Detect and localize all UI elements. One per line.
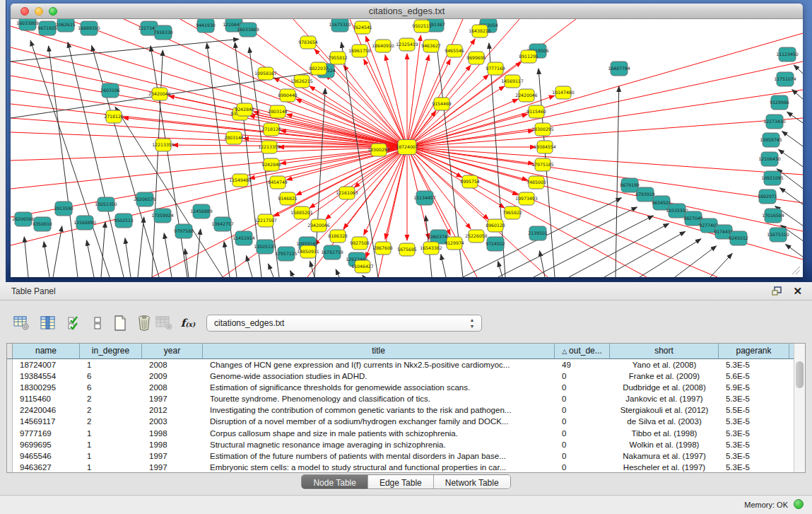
- network-node[interactable]: 17359924: [151, 209, 174, 223]
- network-node[interactable]: 9129974: [445, 237, 464, 250]
- network-node[interactable]: 16487794: [608, 62, 630, 76]
- network-node[interactable]: 11451914: [233, 231, 255, 245]
- column-header-out_degree[interactable]: △out_de...: [555, 344, 610, 358]
- cell-pagerank[interactable]: 5.3E-5: [719, 428, 789, 439]
- network-node[interactable]: 11675310: [767, 228, 789, 242]
- cell-short[interactable]: Dudbridge et al. (2008): [610, 382, 719, 393]
- cell-pagerank[interactable]: 5.3E-5: [719, 462, 789, 473]
- column-header-year[interactable]: year: [142, 344, 203, 358]
- cell-out_degree[interactable]: 0: [555, 404, 610, 416]
- network-node[interactable]: 10921095: [761, 171, 784, 185]
- cell-in_degree[interactable]: 2: [80, 393, 142, 404]
- network-node[interactable]: 11675310: [329, 19, 351, 32]
- network-node[interactable]: 8350810: [33, 217, 52, 231]
- scrollbar-thumb[interactable]: [796, 361, 804, 388]
- network-node[interactable]: 16543382: [420, 242, 442, 255]
- network-node[interactable]: 5692971: [758, 189, 777, 204]
- column-header-short[interactable]: short: [610, 344, 719, 358]
- network-node[interactable]: 12106430: [758, 152, 781, 166]
- cell-name[interactable]: 9777169: [13, 428, 80, 439]
- cell-in_degree[interactable]: 6: [80, 370, 142, 382]
- cell-short[interactable]: Nakamura et al. (1997): [610, 450, 719, 462]
- cell-short[interactable]: Tibbo et al. (1998): [610, 428, 719, 439]
- cell-year[interactable]: 2008: [142, 382, 203, 393]
- network-node[interactable]: 18300295: [531, 123, 554, 136]
- network-node[interactable]: 16033809: [16, 19, 39, 30]
- network-node[interactable]: 2803144: [268, 105, 288, 118]
- network-node[interactable]: 9242848: [261, 158, 281, 171]
- network-node[interactable]: 7624541: [353, 21, 372, 34]
- network-node[interactable]: 8960128: [486, 219, 505, 232]
- cell-year[interactable]: 1997: [142, 462, 203, 473]
- cell-year[interactable]: 1998: [142, 428, 203, 439]
- network-node[interactable]: 8454749: [268, 176, 288, 189]
- network-node[interactable]: 2867608: [373, 242, 393, 255]
- network-node[interactable]: 9242848: [235, 103, 254, 116]
- cell-in_degree[interactable]: 1: [80, 462, 142, 473]
- cell-pagerank[interactable]: 5.6E-5: [719, 370, 789, 382]
- network-node[interactable]: 18640910: [372, 40, 394, 52]
- network-node[interactable]: 2803144: [224, 132, 244, 144]
- network-node[interactable]: 16961758: [348, 45, 371, 57]
- network-node[interactable]: 9129966: [770, 95, 789, 110]
- cell-name[interactable]: 22420046: [13, 404, 80, 416]
- cell-name[interactable]: 14569117: [13, 416, 80, 427]
- network-node[interactable]: 12325419: [396, 38, 418, 51]
- network-node[interactable]: 20206576: [134, 192, 156, 206]
- cell-out_degree[interactable]: 0: [555, 370, 610, 382]
- network-node[interactable]: 14850931: [297, 245, 319, 258]
- table-row[interactable]: 1830029562008Estimation of significance …: [7, 382, 805, 393]
- network-node[interactable]: 2139501: [528, 226, 548, 240]
- close-panel-icon[interactable]: ✕: [793, 285, 802, 298]
- network-node[interactable]: 8990448: [278, 89, 298, 102]
- network-node[interactable]: 8911295: [519, 50, 539, 63]
- column-header-title[interactable]: title: [203, 344, 555, 358]
- network-node[interactable]: 9827508: [350, 237, 370, 250]
- network-node[interactable]: 19384554: [534, 141, 556, 153]
- network-node[interactable]: 7955812: [328, 52, 348, 64]
- cell-name[interactable]: 18300295: [13, 382, 80, 393]
- cell-title[interactable]: Changes of HCN gene expression and I(f) …: [203, 359, 555, 370]
- table-row[interactable]: 977716911998Corpus callosum shape and si…: [7, 428, 805, 439]
- network-canvas[interactable]: 1603380996719251062615168893101227343079…: [11, 19, 803, 277]
- memory-ok-indicator[interactable]: [794, 499, 804, 509]
- cell-title[interactable]: Estimation of significance thresholds fo…: [203, 382, 555, 393]
- network-node[interactable]: 11123450: [776, 47, 799, 62]
- table-row[interactable]: 1938455462009Genome-wide association stu…: [7, 370, 805, 382]
- network-node[interactable]: 18724007: [396, 140, 418, 155]
- network-node[interactable]: 5675685: [397, 243, 417, 256]
- network-node[interactable]: 11456889: [190, 204, 213, 218]
- network-node[interactable]: 11568890: [73, 216, 96, 230]
- table-row[interactable]: 911546021997Tourette syndrome. Phenomeno…: [7, 393, 805, 404]
- cell-out_degree[interactable]: 0: [555, 416, 610, 427]
- table-row[interactable]: 946554611997Estimation of the future num…: [7, 450, 805, 462]
- network-node[interactable]: 17957225: [275, 247, 298, 261]
- cell-title[interactable]: Investigating the contribution of common…: [203, 404, 555, 416]
- select-columns-icon[interactable]: [65, 313, 85, 333]
- function-builder-icon[interactable]: f(x): [178, 313, 198, 333]
- cell-short[interactable]: Hescheler et al. (1997): [610, 462, 719, 473]
- cell-in_degree[interactable]: 1: [80, 428, 142, 439]
- cell-name[interactable]: 9463627: [13, 462, 80, 473]
- vertical-scrollbar[interactable]: [794, 344, 805, 472]
- network-node[interactable]: 2718126: [104, 110, 124, 123]
- network-node[interactable]: 16889310: [78, 21, 100, 35]
- cell-in_degree[interactable]: 2: [80, 404, 142, 416]
- cell-pagerank[interactable]: 5.3E-5: [719, 416, 789, 427]
- network-node[interactable]: 9146821: [278, 192, 298, 205]
- table-row[interactable]: 1456911722003Disruption of a novel membe…: [7, 416, 805, 427]
- delete-columns-icon[interactable]: [134, 313, 154, 333]
- cell-name[interactable]: 19384554: [13, 370, 80, 382]
- window-resize-handle[interactable]: [791, 265, 801, 275]
- network-node[interactable]: 26206506: [12, 212, 35, 226]
- cell-in_degree[interactable]: 1: [80, 439, 142, 450]
- network-node[interactable]: 12213359: [258, 141, 281, 153]
- cell-title[interactable]: Embryonic stem cells: a model to study s…: [203, 462, 555, 473]
- network-node[interactable]: 9465546: [445, 45, 464, 57]
- network-node[interactable]: 2718126: [261, 123, 281, 136]
- cell-title[interactable]: Corpus callosum shape and size in male p…: [203, 428, 555, 439]
- network-node[interactable]: 16438210: [469, 25, 491, 37]
- table-row[interactable]: 1872400712008Changes of HCN gene express…: [7, 359, 805, 370]
- network-node[interactable]: 12273430: [763, 115, 786, 129]
- network-node[interactable]: 13942757: [211, 217, 234, 231]
